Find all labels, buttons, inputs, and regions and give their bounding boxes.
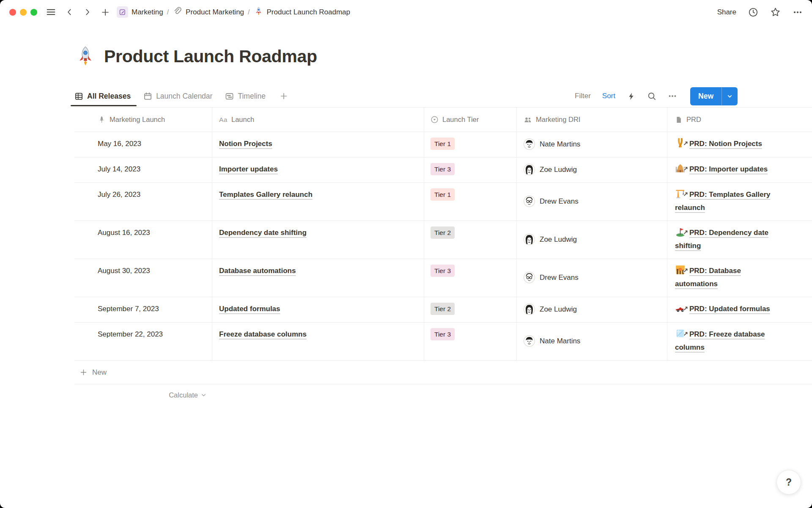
launch-link[interactable]: Importer updates (219, 165, 278, 173)
cell-marketing-dri[interactable]: Drew Evans (517, 183, 667, 221)
cell-marketing-launch[interactable]: July 26, 2023 (74, 183, 212, 221)
window-controls (9, 9, 37, 16)
cell-launch-tier[interactable]: Tier 3 (424, 157, 517, 182)
breadcrumb-item-product-launch-roadmap[interactable]: Product Launch Roadmap (254, 6, 351, 18)
cell-prd[interactable]: PRD: Freeze database columns (667, 323, 812, 360)
share-button[interactable]: Share (717, 8, 736, 17)
column-header-launch-tier[interactable]: Launch Tier (424, 108, 517, 132)
prd-link[interactable]: PRD: Updated formulas (689, 305, 770, 313)
avatar (524, 335, 535, 347)
rocket-property-icon (98, 116, 106, 124)
column-header-prd[interactable]: PRD (667, 108, 812, 132)
cell-launch-tier[interactable]: Tier 2 (424, 297, 517, 322)
new-row-button[interactable]: New (74, 361, 812, 384)
prd-link[interactable]: PRD: Templates Gallery relaunch (675, 190, 770, 212)
calculate-button[interactable]: Calculate (74, 384, 212, 406)
cell-marketing-dri[interactable]: Zoe Ludwig (517, 297, 667, 322)
breadcrumb-item-product-marketing[interactable]: Product Marketing (173, 6, 244, 18)
column-header-launch[interactable]: Aa Launch (212, 108, 424, 132)
cell-marketing-dri[interactable]: Nate Martins (517, 132, 667, 157)
cell-launch[interactable]: Templates Gallery relaunch (212, 183, 424, 221)
cell-marketing-launch[interactable]: September 7, 2023 (74, 297, 212, 322)
column-header-marketing-launch[interactable]: Marketing Launch (74, 108, 212, 132)
new-button[interactable]: New (690, 87, 721, 105)
cell-marketing-dri[interactable]: Drew Evans (517, 259, 667, 297)
cell-launch[interactable]: Freeze database columns (212, 323, 424, 360)
cell-marketing-launch[interactable]: August 30, 2023 (74, 259, 212, 297)
column-header-marketing-dri[interactable]: Marketing DRI (517, 108, 667, 132)
page-property-icon (675, 116, 683, 124)
help-button[interactable]: ? (776, 470, 801, 494)
cell-marketing-dri[interactable]: Zoe Ludwig (517, 157, 667, 182)
cell-date-text: September 22, 2023 (98, 330, 163, 338)
cell-prd[interactable]: PRD: Notion Projects (667, 132, 812, 157)
cell-marketing-launch[interactable]: May 16, 2023 (74, 132, 212, 157)
compose-icon (117, 6, 128, 18)
tab-timeline[interactable]: Timeline (225, 92, 265, 101)
cell-launch[interactable]: Updated formulas (212, 297, 424, 322)
more-options-icon[interactable] (793, 7, 803, 17)
tier-badge[interactable]: Tier 1 (431, 138, 455, 150)
tier-badge[interactable]: Tier 2 (431, 226, 455, 239)
tier-badge[interactable]: Tier 1 (431, 188, 455, 201)
new-tab-icon[interactable] (101, 8, 110, 17)
page-title[interactable]: Product Launch Roadmap (74, 45, 812, 67)
launch-link[interactable]: Updated formulas (219, 305, 280, 313)
tab-all-releases[interactable]: All Releases (74, 92, 131, 101)
tab-launch-calendar[interactable]: Launch Calendar (143, 92, 212, 101)
dri-name: Nate Martins (540, 138, 580, 151)
cell-launch-tier[interactable]: Tier 3 (424, 259, 517, 297)
new-button-chevron-down-icon[interactable] (721, 87, 738, 105)
cell-launch-tier[interactable]: Tier 1 (424, 132, 517, 157)
close-window-button[interactable] (9, 9, 16, 16)
prd-link[interactable]: PRD: Freeze database columns (675, 330, 765, 351)
cell-prd[interactable]: PRD: Updated formulas (667, 297, 812, 322)
cell-prd[interactable]: PRD: Templates Gallery relaunch (667, 183, 812, 221)
launch-link[interactable]: Notion Projects (219, 140, 272, 148)
table-row: July 14, 2023 Importer updates Tier 3 Zo… (74, 157, 812, 183)
cell-marketing-launch[interactable]: August 16, 2023 (74, 221, 212, 259)
cell-launch[interactable]: Notion Projects (212, 132, 424, 157)
launch-link[interactable]: Templates Gallery relaunch (219, 190, 313, 199)
tier-badge[interactable]: Tier 3 (431, 328, 455, 340)
launch-link[interactable]: Freeze database columns (219, 330, 307, 338)
star-icon[interactable] (770, 7, 781, 17)
sidebar-menu-icon[interactable] (46, 7, 56, 17)
clock-icon[interactable] (748, 7, 758, 17)
cell-launch-tier[interactable]: Tier 2 (424, 221, 517, 259)
zoom-window-button[interactable] (30, 9, 37, 16)
tier-badge[interactable]: Tier 3 (431, 163, 455, 175)
cell-launch-tier[interactable]: Tier 1 (424, 183, 517, 221)
cell-launch-tier[interactable]: Tier 3 (424, 323, 517, 360)
automations-bolt-icon[interactable] (627, 92, 636, 101)
back-icon[interactable] (65, 8, 74, 17)
launch-link[interactable]: Dependency date shifting (219, 229, 307, 237)
cell-marketing-launch[interactable]: September 22, 2023 (74, 323, 212, 360)
cell-prd[interactable]: PRD: Database automations (667, 259, 812, 297)
prd-link[interactable]: PRD: Importer updates (689, 165, 768, 173)
cell-marketing-launch[interactable]: July 14, 2023 (74, 157, 212, 182)
prd-link[interactable]: PRD: Dependency date shifting (675, 229, 768, 250)
launch-link[interactable]: Database automations (219, 267, 296, 275)
cell-marketing-dri[interactable]: Zoe Ludwig (517, 221, 667, 259)
view-options-icon[interactable] (668, 91, 677, 101)
cell-launch[interactable]: Database automations (212, 259, 424, 297)
cell-marketing-dri[interactable]: Nate Martins (517, 323, 667, 360)
prd-link[interactable]: PRD: Notion Projects (689, 140, 762, 148)
tier-badge[interactable]: Tier 2 (431, 303, 455, 315)
page-rocket-emoji[interactable] (74, 45, 96, 67)
cell-launch[interactable]: Importer updates (212, 157, 424, 182)
breadcrumb-item-marketing[interactable]: Marketing (117, 6, 163, 18)
cell-prd[interactable]: PRD: Dependency date shifting (667, 221, 812, 259)
cell-prd[interactable]: PRD: Importer updates (667, 157, 812, 182)
forward-icon[interactable] (83, 8, 92, 17)
search-icon[interactable] (647, 91, 656, 101)
prd-page-emoji (675, 188, 686, 199)
tier-badge[interactable]: Tier 3 (431, 265, 455, 277)
add-view-icon[interactable] (279, 91, 288, 101)
filter-button[interactable]: Filter (575, 92, 591, 100)
cell-launch[interactable]: Dependency date shifting (212, 221, 424, 259)
minimize-window-button[interactable] (20, 9, 27, 16)
sort-button[interactable]: Sort (602, 92, 615, 100)
cell-date-text: July 26, 2023 (98, 190, 140, 199)
